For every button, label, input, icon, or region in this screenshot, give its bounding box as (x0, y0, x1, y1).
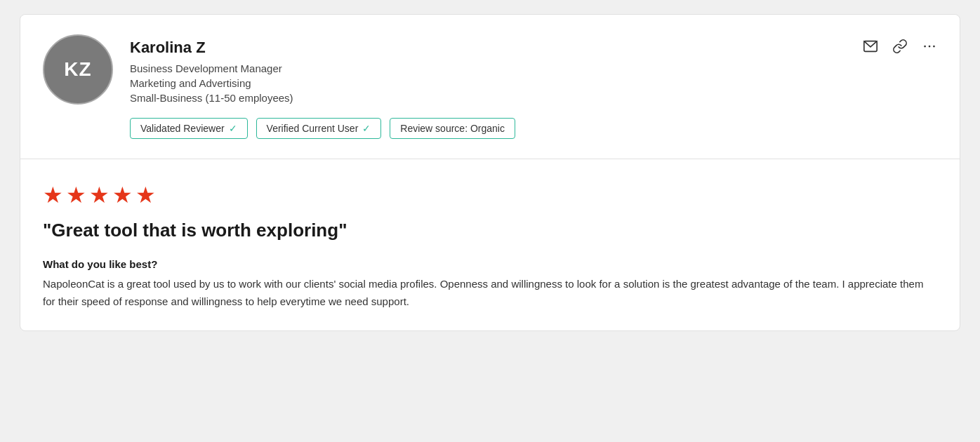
email-icon[interactable] (863, 39, 878, 54)
star-1: ★ (43, 182, 63, 208)
star-3: ★ (89, 182, 110, 208)
profile-company: Small-Business (11-50 employees) (130, 92, 515, 104)
svg-point-1 (924, 46, 926, 48)
review-text: NapoleonCat is a great tool used by us t… (43, 276, 937, 311)
review-section: ★ ★ ★ ★ ★ "Great tool that is worth expl… (20, 159, 960, 330)
star-2: ★ (66, 182, 86, 208)
check-icon-validated: ✓ (229, 123, 237, 134)
more-options-icon[interactable] (922, 39, 937, 54)
review-question: What do you like best? (43, 258, 937, 270)
avatar: KZ (43, 34, 113, 105)
check-icon-verified: ✓ (362, 123, 371, 134)
profile-title: Business Development Manager (130, 62, 515, 74)
profile-actions (863, 34, 937, 54)
star-4: ★ (112, 182, 133, 208)
profile-section: KZ Karolina Z Business Development Manag… (20, 15, 960, 159)
star-rating: ★ ★ ★ ★ ★ (43, 182, 937, 208)
avatar-initials: KZ (64, 58, 91, 81)
profile-info: Karolina Z Business Development Manager … (130, 34, 515, 139)
validated-reviewer-badge[interactable]: Validated Reviewer ✓ (130, 118, 248, 139)
review-card: KZ Karolina Z Business Development Manag… (20, 14, 960, 331)
badge-label-source: Review source: Organic (400, 123, 505, 134)
verified-current-user-badge[interactable]: Verified Current User ✓ (256, 118, 382, 139)
profile-badges: Validated Reviewer ✓ Verified Current Us… (130, 118, 515, 139)
profile-industry: Marketing and Advertising (130, 77, 515, 89)
badge-label-verified: Verified Current User (267, 123, 359, 134)
star-5: ★ (135, 182, 156, 208)
review-source-badge: Review source: Organic (390, 118, 515, 139)
profile-name: Karolina Z (130, 39, 515, 57)
badge-label-validated: Validated Reviewer (140, 123, 225, 134)
svg-point-2 (929, 46, 931, 48)
profile-left: KZ Karolina Z Business Development Manag… (43, 34, 515, 139)
review-title: "Great tool that is worth exploring" (43, 220, 937, 241)
link-icon[interactable] (892, 39, 908, 54)
svg-point-3 (933, 46, 935, 48)
